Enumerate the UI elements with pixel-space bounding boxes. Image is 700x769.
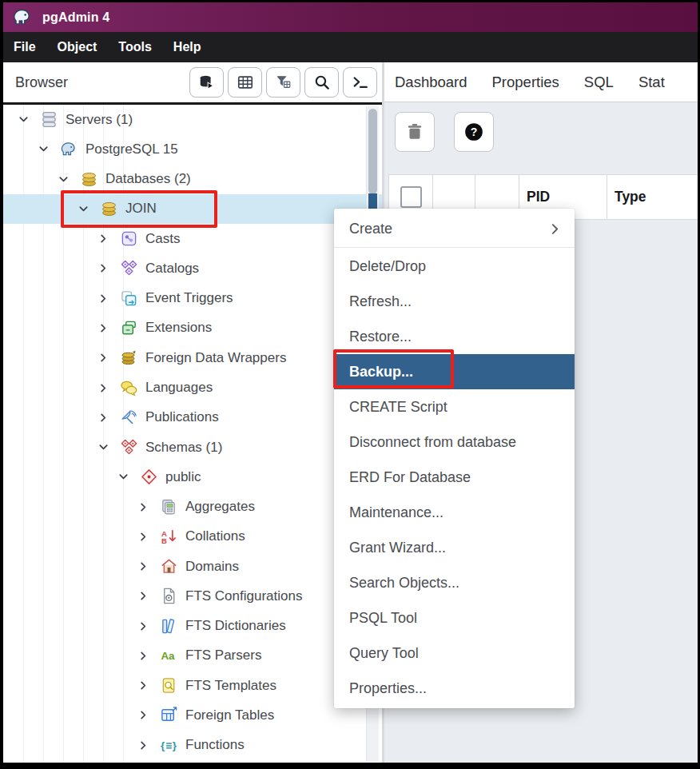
schema-public-icon bbox=[139, 468, 158, 487]
database-gold-icon bbox=[99, 199, 118, 218]
chevron-down-icon[interactable] bbox=[117, 470, 130, 484]
context-menu-item-label: Properties... bbox=[349, 680, 427, 697]
publication-icon bbox=[119, 408, 138, 427]
tree-item-label: public bbox=[165, 469, 201, 485]
chevron-down-icon[interactable] bbox=[37, 142, 50, 156]
menu-tools[interactable]: Tools bbox=[118, 40, 151, 54]
tree-item-databases-2[interactable]: Databases (2) bbox=[3, 165, 382, 194]
context-menu-item-search-objects[interactable]: Search Objects... bbox=[334, 565, 575, 600]
tree-item-servers-1[interactable]: Servers (1) bbox=[3, 105, 382, 134]
context-menu-item-query-tool[interactable]: Query Tool bbox=[334, 636, 575, 671]
context-menu-item-delete-drop[interactable]: Delete/Drop bbox=[334, 249, 575, 284]
tree-item-public[interactable]: public bbox=[3, 462, 382, 492]
tab-properties[interactable]: Properties bbox=[492, 74, 559, 91]
tree-item-collations[interactable]: ABCollations bbox=[3, 522, 382, 552]
chevron-right-icon[interactable] bbox=[137, 708, 150, 722]
chevron-right-icon[interactable] bbox=[97, 232, 110, 245]
tree-item-fts-templates[interactable]: FTS Templates bbox=[3, 671, 382, 700]
tree-item-label: Publications bbox=[145, 409, 219, 425]
tree-item-functions[interactable]: {}Functions bbox=[3, 731, 382, 760]
context-menu-item-restore[interactable]: Restore... bbox=[334, 319, 575, 354]
chevron-down-icon[interactable] bbox=[77, 202, 90, 216]
chevron-right-icon[interactable] bbox=[97, 321, 110, 335]
tree-item-schemas-1[interactable]: Schemas (1) bbox=[3, 432, 382, 462]
table-grid-icon bbox=[237, 74, 254, 91]
tree-item-extensions[interactable]: Extensions bbox=[3, 313, 382, 343]
menu-object[interactable]: Object bbox=[58, 40, 97, 54]
chevron-right-icon[interactable] bbox=[137, 649, 150, 663]
tree-item-languages[interactable]: Languages bbox=[3, 373, 382, 402]
tree-item-domains[interactable]: Domains bbox=[3, 552, 382, 581]
database-dark-icon bbox=[119, 349, 138, 368]
tree-item-label: Schemas (1) bbox=[145, 440, 222, 456]
filter-table-button[interactable] bbox=[266, 67, 300, 98]
pgadmin-logo-icon bbox=[12, 6, 34, 28]
tree-item-label: JOIN bbox=[125, 201, 157, 217]
chevron-right-icon[interactable] bbox=[97, 292, 110, 305]
context-menu: CreateDelete/DropRefresh...Restore...Bac… bbox=[334, 209, 575, 708]
tree-item-label: Languages bbox=[145, 380, 213, 396]
context-menu-item-create[interactable]: Create bbox=[334, 211, 575, 246]
chevron-right-icon[interactable] bbox=[137, 620, 150, 633]
collations-icon: AB bbox=[159, 527, 178, 546]
chevron-right-icon[interactable] bbox=[137, 560, 150, 573]
tab-sql[interactable]: SQL bbox=[584, 74, 614, 91]
tab-dashboard[interactable]: Dashboard bbox=[395, 74, 467, 91]
tree-item-aggregates[interactable]: Aggregates bbox=[3, 492, 382, 521]
menubar: FileObjectToolsHelp bbox=[3, 32, 698, 62]
context-menu-item-psql-tool[interactable]: PSQL Tool bbox=[334, 600, 575, 636]
tree-item-fts-configurations[interactable]: FTS Configurations bbox=[3, 581, 382, 611]
tree-item-catalogs[interactable]: Catalogs bbox=[3, 253, 382, 283]
chevron-down-icon[interactable] bbox=[17, 113, 30, 126]
context-menu-item-maintenance[interactable]: Maintenance... bbox=[334, 495, 575, 530]
context-menu-item-create-script[interactable]: CREATE Script bbox=[334, 389, 575, 424]
chevron-right-icon[interactable] bbox=[137, 589, 150, 603]
chevron-right-icon[interactable] bbox=[137, 739, 150, 752]
svg-text:Aa: Aa bbox=[161, 650, 175, 662]
tree-item-label: Casts bbox=[145, 231, 180, 247]
chevron-right-icon[interactable] bbox=[97, 411, 110, 424]
chevron-down-icon[interactable] bbox=[57, 173, 70, 186]
tree-item-foreign-tables[interactable]: Foreign Tables bbox=[3, 700, 382, 730]
database-play-button[interactable] bbox=[189, 67, 224, 98]
context-menu-item-erd-for-database[interactable]: ERD For Database bbox=[334, 460, 575, 495]
chevron-right-icon[interactable] bbox=[97, 351, 110, 365]
context-menu-item-refresh[interactable]: Refresh... bbox=[334, 284, 575, 319]
tab-stat[interactable]: Stat bbox=[638, 74, 665, 91]
tree-item-join[interactable]: JOIN bbox=[3, 194, 382, 224]
chevron-down-icon[interactable] bbox=[97, 440, 110, 454]
database-play-icon bbox=[198, 74, 216, 91]
aggregates-icon bbox=[159, 497, 178, 516]
terminal-button[interactable] bbox=[343, 67, 377, 98]
chevron-right-icon[interactable] bbox=[97, 381, 110, 395]
context-menu-item-disconnect-from-database[interactable]: Disconnect from database bbox=[334, 424, 575, 460]
trash-button[interactable] bbox=[395, 112, 435, 152]
chevron-right-icon[interactable] bbox=[137, 500, 150, 514]
select-all-checkbox[interactable] bbox=[400, 186, 422, 208]
chevron-right-icon[interactable] bbox=[137, 530, 150, 544]
tree-item-fts-dictionaries[interactable]: FTS Dictionaries bbox=[3, 612, 382, 641]
window-title: pgAdmin 4 bbox=[42, 10, 109, 25]
context-menu-item-grant-wizard[interactable]: Grant Wizard... bbox=[334, 530, 575, 565]
tree-item-foreign-data-wrappers[interactable]: Foreign Data Wrappers bbox=[3, 343, 382, 373]
chevron-right-icon[interactable] bbox=[137, 679, 150, 692]
domains-icon bbox=[159, 557, 178, 576]
svg-text:}: } bbox=[172, 739, 177, 751]
schemas-icon bbox=[119, 438, 138, 457]
context-menu-item-label: ERD For Database bbox=[349, 469, 471, 486]
tree-scrollbar-thumb[interactable] bbox=[368, 109, 377, 194]
search-button[interactable] bbox=[304, 67, 339, 98]
menu-help[interactable]: Help bbox=[173, 40, 201, 54]
tree-item-casts[interactable]: Casts bbox=[3, 224, 382, 253]
tree-item-publications[interactable]: Publications bbox=[3, 403, 382, 432]
table-grid-button[interactable] bbox=[228, 67, 262, 98]
chevron-right-icon[interactable] bbox=[97, 261, 110, 275]
extension-icon bbox=[119, 318, 138, 337]
help-button[interactable]: ? bbox=[454, 112, 494, 152]
tree-item-event-triggers[interactable]: Event Triggers bbox=[3, 284, 382, 313]
tree-item-fts-parsers[interactable]: AaFTS Parsers bbox=[3, 641, 382, 671]
context-menu-item-backup[interactable]: Backup... bbox=[334, 354, 575, 389]
context-menu-item-properties[interactable]: Properties... bbox=[334, 671, 575, 706]
menu-file[interactable]: File bbox=[14, 40, 36, 54]
tree-item-postgresql-15[interactable]: PostgreSQL 15 bbox=[3, 134, 382, 164]
